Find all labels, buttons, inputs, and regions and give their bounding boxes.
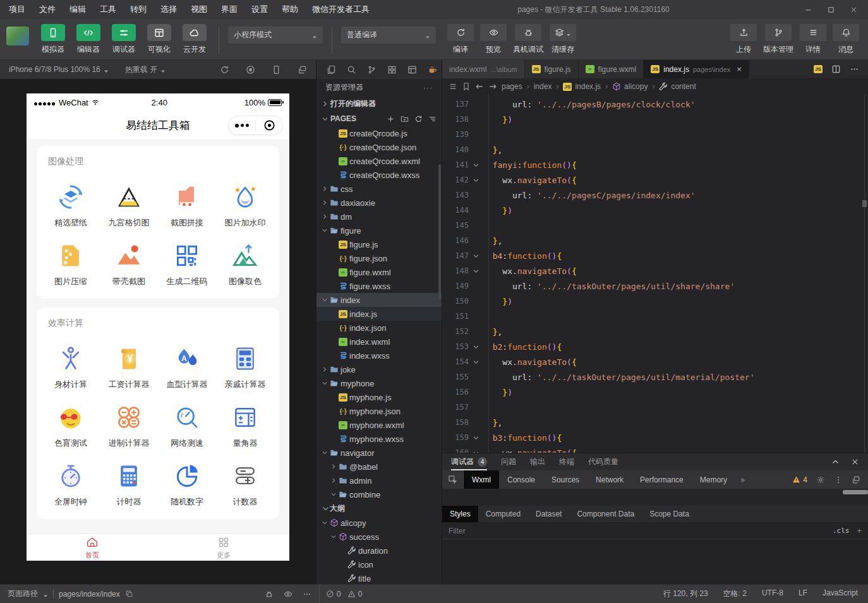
menu-item-设置[interactable]: 设置 xyxy=(251,4,268,15)
reload-icon[interactable] xyxy=(220,65,229,75)
devtools-tab-Wxml[interactable]: Wxml xyxy=(464,470,499,489)
breadcrumb-item-alicopy[interactable]: alicopy xyxy=(612,82,648,91)
explorer-scrollbar[interactable] xyxy=(438,164,441,300)
editor-tab-index.wxml[interactable]: index.wxml...\album xyxy=(442,60,525,78)
tree-item-myphone.json[interactable]: {·}myphone.json xyxy=(316,404,442,418)
outline-section[interactable]: 大纲 xyxy=(316,501,442,516)
tree-item-myphone.js[interactable]: JSmyphone.js xyxy=(316,390,442,404)
record-icon[interactable] xyxy=(246,65,255,75)
pages-root-section[interactable]: PAGES xyxy=(316,111,442,126)
tree-item-figure.wxss[interactable]: figure.wxss xyxy=(316,279,442,293)
tree-item-index.wxml[interactable]: ‹›index.wxml xyxy=(316,335,442,349)
tree-item-title[interactable]: title xyxy=(316,571,442,584)
collapse-icon[interactable] xyxy=(428,115,437,123)
app-item-截图拼接[interactable]: 截图拼接 xyxy=(158,182,216,229)
toggle-模拟器[interactable]: 模拟器 xyxy=(38,24,68,55)
overflow-tabs-icon[interactable]: » xyxy=(735,470,750,489)
editor-tab-index.js[interactable]: JSindex.jspages\index× xyxy=(644,60,749,78)
panel-icon[interactable] xyxy=(407,65,417,75)
tree-item-figure.json[interactable]: {·}figure.json xyxy=(316,251,442,265)
devtools-tab-Console[interactable]: Console xyxy=(499,470,543,489)
action-预览[interactable]: 预览 xyxy=(480,24,507,55)
menu-item-界面[interactable]: 界面 xyxy=(221,4,238,15)
subtab-Scope Data[interactable]: Scope Data xyxy=(642,506,697,522)
tree-item-myphone[interactable]: myphone xyxy=(316,376,442,390)
debugger-tab-问题[interactable]: 问题 xyxy=(501,453,516,470)
chevron-up-icon[interactable] xyxy=(831,458,840,466)
menu-item-工具[interactable]: 工具 xyxy=(100,4,116,15)
fold-chevron-icon[interactable] xyxy=(469,268,483,275)
mode-select[interactable]: 小程序模式 xyxy=(228,27,323,44)
warning-count-badge[interactable]: 4 xyxy=(792,475,807,484)
tree-item-joke[interactable]: joke xyxy=(316,362,442,376)
action-清缓存[interactable]: 清缓存 xyxy=(550,24,576,55)
windows-icon[interactable] xyxy=(852,475,860,484)
tree-item-@babel[interactable]: @babel xyxy=(316,460,442,474)
tree-item-createQrcode.json[interactable]: {·}createQrcode.json xyxy=(316,140,442,154)
status-item[interactable]: JavaScript xyxy=(823,588,858,599)
grid-icon[interactable] xyxy=(387,65,397,75)
fold-chevron-icon[interactable] xyxy=(469,253,483,260)
reload-icon[interactable] xyxy=(414,115,423,123)
menu-item-编辑[interactable]: 编辑 xyxy=(69,4,86,15)
debugger-tab-调试器[interactable]: 调试器4 xyxy=(451,453,487,470)
close-tab-icon[interactable]: × xyxy=(737,64,742,74)
menu-item-帮助[interactable]: 帮助 xyxy=(282,4,298,15)
bug-icon[interactable] xyxy=(265,590,274,599)
maximize-icon[interactable] xyxy=(821,2,840,17)
ellipsis-icon[interactable] xyxy=(850,64,859,74)
fold-chevron-icon[interactable] xyxy=(469,450,483,453)
tree-item-index.js[interactable]: JSindex.js xyxy=(316,307,442,321)
tree-item-dm[interactable]: dm xyxy=(316,210,442,224)
tree-item-duration[interactable]: duration xyxy=(316,544,442,558)
close-icon[interactable] xyxy=(851,458,859,466)
subtab-Computed[interactable]: Computed xyxy=(478,506,528,522)
app-item-带壳截图[interactable]: 带壳截图 xyxy=(100,241,158,287)
close-target-icon[interactable] xyxy=(256,119,282,131)
phone-tab-首页[interactable]: 首页 xyxy=(27,534,158,561)
more-dots-icon[interactable] xyxy=(229,124,255,128)
subtab-Styles[interactable]: Styles xyxy=(442,506,478,522)
tree-item-index.json[interactable]: {·}index.json xyxy=(316,321,442,335)
problem-counts[interactable]: 0 0 xyxy=(319,585,368,603)
editor-scrollbar[interactable] xyxy=(862,200,867,207)
js-file-icon[interactable]: JS xyxy=(814,65,823,73)
page-path-label[interactable]: 页面路径 xyxy=(8,588,38,599)
tree-item-createQrcode.wxml[interactable]: ‹›createQrcode.wxml xyxy=(316,154,442,168)
open-editors-section[interactable]: 打开的编辑器 xyxy=(316,96,442,111)
dots-v-icon[interactable] xyxy=(834,475,843,484)
split-icon[interactable] xyxy=(831,64,841,74)
menu-item-转到[interactable]: 转到 xyxy=(130,4,147,15)
app-item-进制计算器[interactable]: 进制计算器 xyxy=(100,403,158,449)
folder-plus-icon[interactable] xyxy=(401,115,409,123)
status-item[interactable]: 空格: 2 xyxy=(723,588,747,599)
compile-select[interactable]: 普通编译 xyxy=(341,27,436,44)
editor-tab-figure.js[interactable]: JSfigure.js xyxy=(525,60,579,78)
fold-chevron-icon[interactable] xyxy=(469,177,483,184)
status-item[interactable]: UTF-8 xyxy=(762,588,783,599)
app-item-网络测速[interactable]: 网络测速 xyxy=(158,403,216,449)
app-item-图片压缩[interactable]: 图片压缩 xyxy=(42,241,100,287)
copy-path-icon[interactable] xyxy=(125,590,133,598)
menu-item-选择[interactable]: 选择 xyxy=(160,4,177,15)
app-item-工资计算器[interactable]: ¥工资计算器 xyxy=(100,344,158,390)
action-上传[interactable]: 上传 xyxy=(730,24,757,55)
subtab-Dataset[interactable]: Dataset xyxy=(528,506,569,522)
devtools-tab-Sources[interactable]: Sources xyxy=(543,470,588,489)
status-item[interactable]: LF xyxy=(799,588,807,599)
editor-tab-figure.wxml[interactable]: ‹›figure.wxml xyxy=(579,60,644,78)
app-item-全屏时钟[interactable]: 全屏时钟 xyxy=(42,462,100,508)
devtools-tab-Performance[interactable]: Performance xyxy=(632,470,692,489)
gear-icon[interactable] xyxy=(816,475,825,484)
hot-reload-toggle[interactable]: 热重载 开 xyxy=(125,64,166,75)
windows-icon[interactable] xyxy=(298,65,307,75)
plus-icon[interactable] xyxy=(387,115,395,123)
tree-item-alicopy[interactable]: alicopy xyxy=(316,516,442,530)
fold-chevron-icon[interactable] xyxy=(469,162,483,169)
cls-toggle[interactable]: .cls xyxy=(833,527,850,535)
arrow-right-icon[interactable] xyxy=(488,82,497,91)
toggle-编辑器[interactable]: 编辑器 xyxy=(73,24,104,55)
app-item-图像取色[interactable]: 图像取色 xyxy=(216,241,274,287)
devtools-tab-Network[interactable]: Network xyxy=(588,470,632,489)
tree-item-index[interactable]: index xyxy=(316,293,442,307)
